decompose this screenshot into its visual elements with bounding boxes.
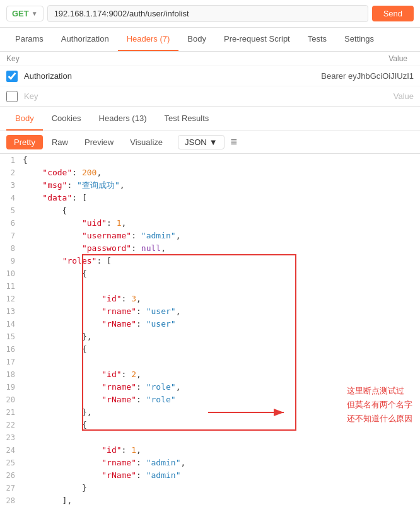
code-line-1: 1 {: [0, 154, 420, 166]
tab-body[interactable]: Body: [178, 28, 215, 51]
value-column-label: Value: [140, 54, 414, 63]
header-key-placeholder: Key: [24, 91, 154, 101]
code-line-25: 25 "rname": "admin",: [0, 457, 420, 469]
method-label: GET: [12, 9, 29, 18]
code-line-13: 13 "rname": "user",: [0, 305, 420, 318]
method-select[interactable]: GET ▼: [6, 6, 44, 21]
code-line-17: 17: [0, 356, 420, 368]
code-line-18: 18 "id": 2,: [0, 368, 420, 381]
key-column-label: Key: [6, 54, 140, 63]
response-tabs: Body Cookies Headers (13) Test Results: [0, 107, 420, 131]
view-tabs: Pretty Raw Preview Visualize JSON ▼ ≡: [0, 131, 420, 154]
code-line-12: 12 "id": 3,: [0, 293, 420, 305]
code-line-28: 28 ],: [0, 494, 420, 507]
code-line-3: 3 "msg": "查询成功",: [0, 179, 420, 192]
url-bar: GET ▼ Send: [0, 0, 420, 28]
resp-tab-body[interactable]: Body: [6, 107, 43, 131]
wrap-button[interactable]: ≡: [231, 136, 238, 149]
header-value-placeholder: Value: [154, 91, 414, 101]
method-chevron-icon: ▼: [32, 10, 38, 17]
tab-params[interactable]: Params: [6, 28, 52, 51]
resp-tab-headers[interactable]: Headers (13): [90, 107, 156, 131]
header-key-authorization: Authorization: [24, 71, 154, 81]
url-input[interactable]: [47, 5, 368, 22]
code-line-26: 26 "rName": "admin": [0, 469, 420, 482]
header-checkbox-authorization[interactable]: [6, 71, 18, 82]
code-line-2: 2 "code": 200,: [0, 166, 420, 179]
code-line-7: 7 "username": "admin",: [0, 230, 420, 242]
view-tab-pretty[interactable]: Pretty: [6, 135, 43, 149]
view-tab-preview[interactable]: Preview: [77, 135, 121, 149]
code-line-16: 16 {: [0, 343, 420, 356]
headers-section: Key Value Authorization Bearer eyJhbGciO…: [0, 52, 420, 107]
header-checkbox-placeholder[interactable]: [6, 91, 18, 102]
code-line-11: 11: [0, 280, 420, 293]
code-lines: 1 { 2 "code": 200, 3 "msg": "查询成功", 4 "d…: [0, 154, 420, 507]
code-line-5: 5 {: [0, 204, 420, 217]
header-row-placeholder: Key Value: [0, 86, 420, 107]
annotation-text: 这里断点测试过 但莫名有两个名字 还不知道什么原因: [347, 384, 412, 426]
view-tab-raw[interactable]: Raw: [44, 135, 76, 149]
tab-headers[interactable]: Headers (7): [118, 28, 179, 51]
code-line-10: 10 {: [0, 267, 420, 280]
tab-authorization[interactable]: Authorization: [52, 28, 118, 51]
tab-pre-request[interactable]: Pre-request Script: [215, 28, 299, 51]
code-line-4: 4 "data": [: [0, 192, 420, 204]
code-line-24: 24 "id": 1,: [0, 444, 420, 457]
header-value-authorization: Bearer eyJhbGciOiJIUzI1: [154, 71, 414, 81]
format-chevron-icon: ▼: [209, 137, 218, 147]
resp-tab-cookies[interactable]: Cookies: [43, 107, 90, 131]
code-line-15: 15 },: [0, 330, 420, 343]
format-label: JSON: [185, 137, 207, 147]
code-area: 1 { 2 "code": 200, 3 "msg": "查询成功", 4 "d…: [0, 154, 420, 507]
format-select[interactable]: JSON ▼: [178, 135, 225, 149]
code-line-8: 8 "password": null,: [0, 242, 420, 255]
code-line-23: 23: [0, 431, 420, 444]
code-line-9: 9 "roles": [: [0, 255, 420, 267]
tab-tests[interactable]: Tests: [299, 28, 335, 51]
send-button[interactable]: Send: [372, 6, 414, 21]
code-line-6: 6 "uid": 1,: [0, 217, 420, 230]
request-tabs: Params Authorization Headers (7) Body Pr…: [0, 28, 420, 52]
view-tab-visualize[interactable]: Visualize: [122, 135, 170, 149]
code-line-27: 27 }: [0, 482, 420, 494]
tab-settings[interactable]: Settings: [335, 28, 383, 51]
resp-tab-test-results[interactable]: Test Results: [155, 107, 218, 131]
header-row-authorization: Authorization Bearer eyJhbGciOiJIUzI1: [0, 66, 420, 86]
headers-table-header: Key Value: [0, 52, 420, 66]
code-wrapper: 1 { 2 "code": 200, 3 "msg": "查询成功", 4 "d…: [0, 154, 420, 507]
code-line-14: 14 "rName": "user": [0, 318, 420, 330]
